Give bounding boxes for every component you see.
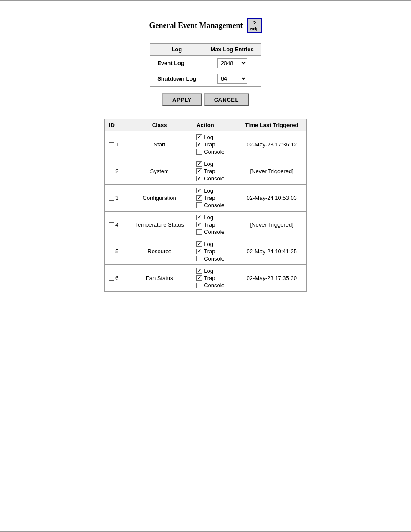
event-action: LogTrapConsole bbox=[192, 238, 237, 265]
event-class: Start bbox=[127, 131, 192, 158]
help-button[interactable]: ? Help bbox=[247, 18, 262, 33]
event-id-cell: 1 bbox=[105, 131, 127, 158]
action-console-label: Console bbox=[204, 175, 224, 182]
row-checkbox[interactable] bbox=[109, 169, 114, 174]
table-row: 1StartLogTrapConsole02-May-23 17:36:12 bbox=[105, 131, 307, 158]
action-log-label: Log bbox=[204, 241, 213, 247]
action-console-item: Console bbox=[196, 175, 232, 182]
action-log-checkbox[interactable] bbox=[196, 188, 202, 193]
title-area: General Event Management ? Help bbox=[149, 18, 262, 33]
event-action: LogTrapConsole bbox=[192, 158, 237, 185]
event-id: 3 bbox=[115, 195, 118, 201]
event-id-cell: 2 bbox=[105, 158, 127, 185]
log-value-select[interactable]: 64 bbox=[217, 74, 247, 84]
action-console-item: Console bbox=[196, 229, 232, 235]
action-console-label: Console bbox=[204, 282, 224, 289]
action-trap-checkbox[interactable] bbox=[196, 275, 202, 281]
event-time: 02-May-23 17:35:30 bbox=[237, 265, 307, 292]
action-trap-item: Trap bbox=[196, 195, 232, 201]
help-label: Help bbox=[250, 27, 259, 31]
action-console-checkbox[interactable] bbox=[196, 283, 202, 288]
cancel-button[interactable]: CANCEL bbox=[204, 93, 249, 106]
action-trap-label: Trap bbox=[204, 221, 215, 228]
action-trap-checkbox[interactable] bbox=[196, 195, 202, 201]
action-trap-label: Trap bbox=[204, 168, 215, 174]
row-checkbox[interactable] bbox=[109, 249, 114, 254]
action-console-label: Console bbox=[204, 149, 224, 155]
action-trap-checkbox[interactable] bbox=[196, 249, 202, 254]
event-time: [Never Triggered] bbox=[237, 158, 307, 185]
event-id: 4 bbox=[115, 221, 118, 228]
event-action: LogTrapConsole bbox=[192, 265, 237, 292]
action-log-checkbox[interactable] bbox=[196, 134, 202, 140]
action-trap-checkbox[interactable] bbox=[196, 222, 202, 227]
row-checkbox[interactable] bbox=[109, 142, 114, 147]
action-trap-item: Trap bbox=[196, 168, 232, 174]
action-trap-item: Trap bbox=[196, 221, 232, 228]
action-trap-item: Trap bbox=[196, 248, 232, 255]
col-header-action: Action bbox=[192, 119, 237, 131]
event-id-cell: 3 bbox=[105, 185, 127, 212]
buttons-area: APPLY CANCEL bbox=[162, 93, 249, 106]
table-row: 6Fan StatusLogTrapConsole02-May-23 17:35… bbox=[105, 265, 307, 292]
col-header-time: Time Last Triggered bbox=[237, 119, 307, 131]
row-checkbox[interactable] bbox=[109, 222, 114, 227]
event-time: 02-May-24 10:53:03 bbox=[237, 185, 307, 212]
action-trap-item: Trap bbox=[196, 141, 232, 148]
action-console-label: Console bbox=[204, 202, 224, 208]
event-action: LogTrapConsole bbox=[192, 185, 237, 212]
action-log-checkbox[interactable] bbox=[196, 241, 202, 247]
col-header-class: Class bbox=[127, 119, 192, 131]
action-log-label: Log bbox=[204, 187, 213, 194]
log-value-select[interactable]: 2048 bbox=[217, 58, 247, 68]
row-checkbox[interactable] bbox=[109, 196, 114, 201]
action-trap-item: Trap bbox=[196, 275, 232, 281]
row-checkbox[interactable] bbox=[109, 276, 114, 281]
action-trap-label: Trap bbox=[204, 275, 215, 281]
action-console-item: Console bbox=[196, 255, 232, 262]
action-log-label: Log bbox=[204, 214, 213, 221]
event-id: 5 bbox=[115, 248, 118, 255]
action-trap-checkbox[interactable] bbox=[196, 142, 202, 147]
log-value-cell: 64 bbox=[203, 71, 261, 87]
col-header-log: Log bbox=[150, 44, 203, 56]
action-log-item: Log bbox=[196, 268, 232, 274]
action-trap-label: Trap bbox=[204, 248, 215, 255]
action-log-label: Log bbox=[204, 161, 213, 167]
action-console-checkbox[interactable] bbox=[196, 229, 202, 235]
action-console-checkbox[interactable] bbox=[196, 149, 202, 155]
log-label: Event Log bbox=[150, 56, 203, 71]
action-trap-label: Trap bbox=[204, 195, 215, 201]
action-console-checkbox[interactable] bbox=[196, 256, 202, 261]
event-class: Resource bbox=[127, 238, 192, 265]
action-console-label: Console bbox=[204, 255, 224, 262]
col-header-max: Max Log Entries bbox=[203, 44, 261, 56]
table-row: 2SystemLogTrapConsole[Never Triggered] bbox=[105, 158, 307, 185]
events-table: ID Class Action Time Last Triggered 1Sta… bbox=[104, 119, 307, 292]
event-class: Temperature Status bbox=[127, 212, 192, 238]
log-row: Event Log2048 bbox=[150, 56, 261, 71]
action-log-checkbox[interactable] bbox=[196, 268, 202, 274]
event-time: 02-May-23 17:36:12 bbox=[237, 131, 307, 158]
action-log-item: Log bbox=[196, 161, 232, 167]
event-class: System bbox=[127, 158, 192, 185]
log-row: Shutdown Log64 bbox=[150, 71, 261, 87]
table-row: 3ConfigurationLogTrapConsole02-May-24 10… bbox=[105, 185, 307, 212]
action-log-item: Log bbox=[196, 134, 232, 140]
action-console-checkbox[interactable] bbox=[196, 176, 202, 181]
action-trap-label: Trap bbox=[204, 141, 215, 148]
event-id: 6 bbox=[115, 275, 118, 281]
action-console-item: Console bbox=[196, 149, 232, 155]
action-console-item: Console bbox=[196, 282, 232, 289]
log-settings-table: Log Max Log Entries Event Log2048Shutdow… bbox=[150, 43, 261, 87]
event-action: LogTrapConsole bbox=[192, 131, 237, 158]
action-log-label: Log bbox=[204, 134, 213, 140]
event-class: Fan Status bbox=[127, 265, 192, 292]
action-log-checkbox[interactable] bbox=[196, 161, 202, 167]
action-console-checkbox[interactable] bbox=[196, 202, 202, 208]
action-log-checkbox[interactable] bbox=[196, 215, 202, 220]
action-log-label: Log bbox=[204, 268, 213, 274]
apply-button[interactable]: APPLY bbox=[162, 93, 202, 106]
action-trap-checkbox[interactable] bbox=[196, 168, 202, 174]
action-log-item: Log bbox=[196, 214, 232, 221]
